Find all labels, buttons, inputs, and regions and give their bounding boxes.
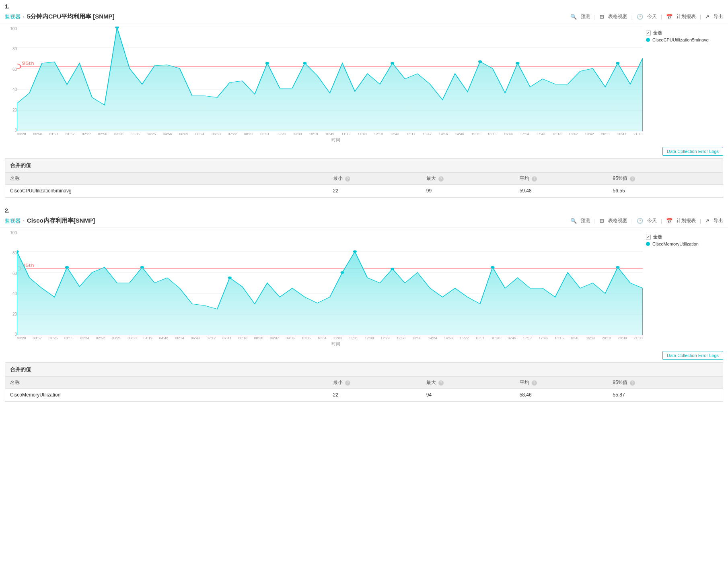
row-name-2-0: CiscoMemoryUtilization: [5, 389, 328, 401]
breadcrumb-root-2[interactable]: 监视器: [5, 217, 21, 225]
svg-point-29: [140, 266, 144, 268]
legend-dot-1: [646, 38, 650, 42]
svg-text:95th: 95th: [22, 61, 34, 66]
error-log-area-2: Data Collection Error Logs: [0, 349, 728, 362]
summary-header-row-2: 名称 最小 ? 最大 ? 平均 ? 95%值: [5, 377, 723, 389]
x-axis-ticks-2: 00:28 00:57 01:26 01:55 02:24 02:52 03:2…: [17, 335, 643, 340]
y-axis-2: 100 80 60 40 20 0: [5, 231, 17, 349]
section-number-1: 1.: [0, 0, 728, 10]
section-number-2: 2.: [0, 204, 728, 215]
toolbar-2: 🔍 预测 | ⊞ 表格视图 | 🕐 今天 | 📅 计划报表 | ↗ 导出: [570, 217, 724, 224]
col-header-p95-2: 95%值 ?: [608, 377, 723, 389]
svg-point-15: [516, 62, 519, 64]
today-label-1[interactable]: 今天: [647, 13, 657, 20]
chart-header-1: 监视器 › 5分钟内CPU平均利用率 [SNMP] 🔍 预测 | ⊞ 表格视图 …: [0, 10, 728, 23]
legend-dot-2: [646, 242, 650, 246]
svg-point-35: [616, 266, 619, 268]
forecast-label-2[interactable]: 预测: [581, 217, 590, 224]
x-axis-ticks-1: 00:28 00:58 01:21 01:57 02:27 02:56 03:2…: [17, 131, 643, 136]
svg-point-32: [353, 250, 357, 253]
chart-svg-2[interactable]: 95th: [17, 231, 643, 335]
max-help-icon-2[interactable]: ?: [438, 380, 444, 386]
chart-body-2: 95th 00:28 00:57: [17, 231, 643, 349]
summary-table-2: 合并的值 名称 最小 ? 最大 ? 平均: [5, 362, 723, 402]
svg-point-14: [478, 60, 482, 63]
legend-series-label-1[interactable]: CiscoCPUUtilization5minavg: [652, 37, 709, 42]
x-axis-label-2: 时间: [17, 340, 643, 349]
avg-help-icon-1[interactable]: ?: [532, 176, 537, 182]
summary-header-row-1: 名称 最小 ? 最大 ? 平均 ? 95%值: [5, 173, 723, 185]
legend-series-1[interactable]: CiscoCPUUtilization5minavg: [646, 37, 720, 42]
chart-header-2: 监视器 › Cisco内存利用率[SNMP] 🔍 预测 | ⊞ 表格视图 | 🕐…: [0, 215, 728, 227]
x-axis-label-1: 时间: [17, 136, 643, 145]
summary-table-1: 合并的值 名称 最小 ? 最大 ? 平均: [5, 158, 723, 198]
legend-select-all-2[interactable]: ✓ 全选: [646, 234, 720, 240]
svg-point-12: [303, 62, 306, 64]
table-view-icon-2: ⊞: [600, 218, 604, 224]
export-icon-1: ↗: [705, 14, 709, 20]
today-label-2[interactable]: 今天: [647, 217, 657, 224]
avg-help-icon-2[interactable]: ?: [532, 380, 537, 386]
svg-point-10: [115, 27, 119, 29]
svg-point-13: [391, 62, 394, 64]
error-log-button-1[interactable]: Data Collection Error Logs: [662, 147, 723, 156]
col-header-name-1: 名称: [5, 173, 328, 185]
col-header-max-1: 最大 ?: [422, 173, 515, 185]
legend-series-label-2[interactable]: CiscoMemoryUtilization: [652, 242, 699, 246]
row-name-1-0: CiscoCPUUtilization5minavg: [5, 185, 328, 197]
calendar-icon-1: 📅: [666, 14, 672, 20]
section-1: 1. 监视器 › 5分钟内CPU平均利用率 [SNMP] 🔍 预测 | ⊞ 表格…: [0, 0, 728, 198]
clock-icon-1: 🕐: [637, 14, 643, 20]
select-all-checkbox-1[interactable]: ✓: [646, 31, 651, 35]
table-view-label-1[interactable]: 表格视图: [608, 13, 627, 20]
legend-series-2[interactable]: CiscoMemoryUtilization: [646, 242, 720, 246]
svg-point-31: [340, 271, 344, 274]
svg-marker-9: [17, 27, 643, 131]
col-header-avg-2: 平均 ?: [515, 377, 608, 389]
col-header-min-2: 最小 ?: [328, 377, 422, 389]
min-help-icon-1[interactable]: ?: [345, 176, 350, 182]
table-view-icon-1: ⊞: [600, 14, 604, 20]
calendar-icon-2: 📅: [666, 218, 672, 224]
export-label-1[interactable]: 导出: [714, 13, 723, 20]
summary-row-2-0: CiscoMemoryUtilization 22 94 58.46 55.87: [5, 389, 723, 401]
forecast-label-1[interactable]: 预测: [581, 13, 590, 20]
col-header-p95-1: 95%值 ?: [608, 173, 723, 185]
breadcrumb-1: 监视器 › 5分钟内CPU平均利用率 [SNMP]: [5, 13, 115, 21]
svg-point-28: [65, 266, 69, 268]
y-axis-1: 100 80 60 40 20 0: [5, 27, 17, 145]
chart-title-1: 5分钟内CPU平均利用率 [SNMP]: [27, 13, 115, 21]
table-view-label-2[interactable]: 表格视图: [608, 217, 627, 224]
legend-2: ✓ 全选 CiscoMemoryUtilization: [643, 231, 723, 349]
toolbar-1: 🔍 预测 | ⊞ 表格视图 | 🕐 今天 | 📅 计划报表 | ↗ 导出: [570, 13, 724, 20]
row-p95-2-0: 55.87: [608, 389, 723, 401]
breadcrumb-root-1[interactable]: 监视器: [5, 13, 21, 21]
select-all-checkbox-2[interactable]: ✓: [646, 235, 651, 239]
max-help-icon-1[interactable]: ?: [438, 176, 444, 182]
row-min-1-0: 22: [328, 185, 422, 197]
legend-1: ✓ 全选 CiscoCPUUtilization5minavg: [643, 27, 723, 145]
svg-point-34: [491, 266, 494, 268]
schedule-label-1[interactable]: 计划报表: [677, 13, 696, 20]
breadcrumb-sep-1: ›: [23, 14, 25, 20]
col-header-min-1: 最小 ?: [328, 173, 422, 185]
svg-point-7: [17, 64, 21, 69]
svg-point-16: [616, 62, 619, 64]
row-max-2-0: 94: [422, 389, 515, 401]
legend-select-all-1[interactable]: ✓ 全选: [646, 30, 720, 36]
select-all-label-2[interactable]: 全选: [653, 234, 662, 240]
schedule-label-2[interactable]: 计划报表: [677, 217, 696, 224]
p95-help-icon-2[interactable]: ?: [630, 380, 635, 386]
row-avg-1-0: 59.48: [515, 185, 608, 197]
export-label-2[interactable]: 导出: [714, 217, 723, 224]
error-log-button-2[interactable]: Data Collection Error Logs: [662, 351, 723, 360]
svg-point-33: [391, 268, 394, 270]
min-help-icon-2[interactable]: ?: [345, 380, 350, 386]
forecast-icon-2: 🔍: [570, 218, 577, 224]
chart-svg-1[interactable]: 95th: [17, 27, 643, 131]
col-header-name-2: 名称: [5, 377, 328, 389]
row-avg-2-0: 58.46: [515, 389, 608, 401]
breadcrumb-2: 监视器 › Cisco内存利用率[SNMP]: [5, 217, 95, 225]
select-all-label-1[interactable]: 全选: [653, 30, 662, 36]
p95-help-icon-1[interactable]: ?: [630, 176, 635, 182]
